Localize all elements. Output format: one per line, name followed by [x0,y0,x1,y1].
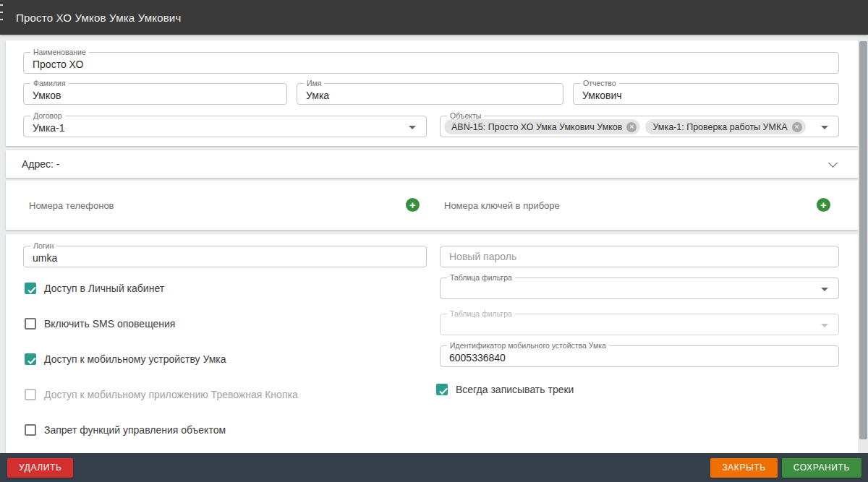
new-password-input[interactable] [441,246,838,267]
checkbox-label: Включить SMS оповещения [44,318,175,330]
chevron-down-icon[interactable] [828,158,838,168]
checkbox-label: Доступ к мобильному устройству Умка [44,353,226,365]
checkbox-sms-notifications[interactable]: Включить SMS оповещения [25,318,175,330]
dialog-header: Просто ХО Умков Умка Умкович [0,0,868,35]
login-field[interactable]: Логин [23,246,427,267]
filter-table-1-label: Таблица фильтра [447,273,515,282]
vertical-scrollbar[interactable] [858,35,868,453]
filter-table-select-1[interactable]: Таблица фильтра [440,277,839,299]
close-button[interactable]: ЗАКРЫТЬ [710,458,777,478]
checkbox-unchecked-icon[interactable] [25,318,36,330]
chevron-down-icon [821,288,828,291]
checkbox-label: Доступ к мобильному приложению Тревожная… [44,389,298,400]
chevron-down-icon [409,126,416,129]
contacts-card: Номера телефонов + Номера ключей в прибо… [6,181,858,230]
name-input[interactable] [24,53,838,73]
object-chip[interactable]: ABN-15: Просто ХО Умка Умкович Умков × [444,119,640,134]
dialog-footer: УДАЛИТЬ ЗАКРЫТЬ СОХРАНИТЬ [0,453,868,482]
address-expansion-panel[interactable]: Адрес: - [6,150,858,178]
checkbox-disabled-icon [25,389,36,400]
contract-value[interactable] [24,116,426,137]
save-button[interactable]: СОХРАНИТЬ [782,458,861,478]
object-chip[interactable]: Умка-1: Проверка работы УМКА × [645,119,805,134]
account-card: Логин Таблица фильтра Таблица фильтра Ид… [6,234,858,453]
add-phone-button[interactable]: + [406,198,420,212]
chevron-down-icon [821,126,828,129]
filter-table-2-label: Таблица фильтра [447,309,515,318]
hamburger-menu-icon [0,4,3,20]
lastname-field[interactable]: Фамилия [23,83,287,105]
objects-select[interactable]: Объекты ABN-15: Просто ХО Умка Умкович У… [440,116,839,137]
lastname-field-label: Фамилия [30,79,69,87]
new-password-field[interactable] [440,246,839,267]
dialog-title: Просто ХО Умков Умка Умкович [0,12,181,24]
firstname-field[interactable]: Имя [297,83,563,105]
login-input[interactable] [24,246,426,267]
checkbox-panic-button-app-access: Доступ к мобильному приложению Тревожная… [25,389,298,400]
keys-label: Номера ключей в приборе [444,200,560,211]
firstname-input[interactable] [297,84,563,104]
chip-remove-icon[interactable]: × [792,122,802,132]
checkbox-umka-device-access[interactable]: Доступ к мобильному устройству Умка [25,353,226,365]
firstname-field-label: Имя [304,79,324,87]
checkbox-label: Запрет функций управления объектом [44,424,226,436]
object-chip-label: ABN-15: Просто ХО Умка Умкович Умков [451,122,622,132]
checkbox-label: Всегда записывать треки [456,384,574,395]
contract-select-label: Договор [30,111,65,120]
checkbox-checked-icon[interactable] [25,283,36,294]
checkbox-forbid-object-control[interactable]: Запрет функций управления объектом [25,424,226,436]
name-field[interactable]: Наименование [23,52,839,74]
device-id-field[interactable]: Идентификатор мобильного устойства Умка [440,345,839,367]
checkbox-unchecked-icon[interactable] [25,424,36,436]
person-fields-card: Наименование Фамилия Имя Отчество Догово… [6,40,858,146]
checkbox-checked-icon[interactable] [25,353,36,365]
objects-chips: ABN-15: Просто ХО Умка Умкович Умков × У… [444,119,817,134]
chip-remove-icon[interactable]: × [626,122,637,132]
checkbox-checked-icon[interactable] [436,384,448,395]
login-field-label: Логин [30,241,56,250]
middlename-field[interactable]: Отчество [573,83,839,105]
device-id-field-label: Идентификатор мобильного устойства Умка [447,341,609,350]
checkbox-always-record-tracks[interactable]: Всегда записывать треки [436,384,574,395]
scrollbar-thumb[interactable] [859,41,867,439]
contract-select[interactable]: Договор [23,116,427,137]
chevron-down-icon [821,324,828,327]
filter-table-select-2: Таблица фильтра [440,314,839,335]
object-chip-label: Умка-1: Проверка работы УМКА [652,122,787,132]
phones-label: Номера телефонов [29,200,114,211]
checkbox-label: Доступ в Личный кабинет [44,283,164,294]
checkbox-personal-cabinet-access[interactable]: Доступ в Личный кабинет [25,283,164,294]
add-key-button[interactable]: + [817,198,830,212]
address-label: Адрес: - [22,158,60,170]
name-field-label: Наименование [30,48,89,56]
middlename-field-label: Отчество [580,79,619,87]
delete-button[interactable]: УДАЛИТЬ [7,458,73,478]
